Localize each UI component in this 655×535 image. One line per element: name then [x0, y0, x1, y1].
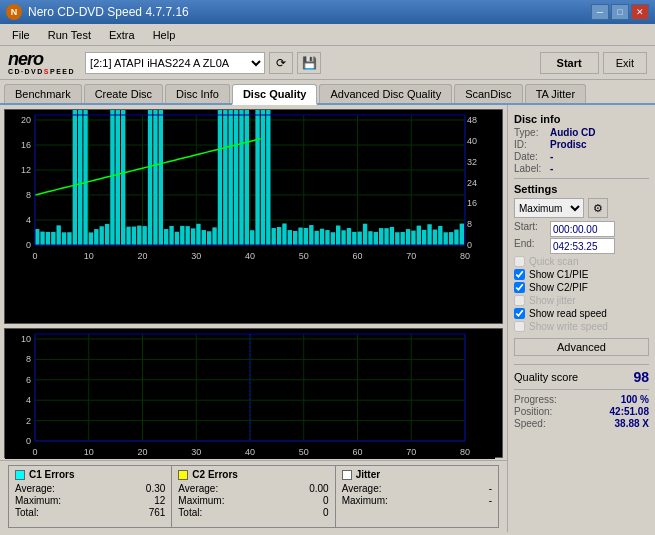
show-write-speed-checkbox[interactable] — [514, 321, 525, 332]
app-icon: N — [6, 4, 22, 20]
show-jitter-row: Show jitter — [514, 295, 649, 306]
disc-type-value: Audio CD — [550, 127, 596, 138]
nero-wordmark: nero — [8, 50, 43, 68]
menu-extra[interactable]: Extra — [101, 27, 143, 43]
position-value: 42:51.08 — [610, 406, 649, 417]
speed-selector[interactable]: Maximum 4x 8x 16x — [514, 198, 584, 218]
title-bar: N Nero CD-DVD Speed 4.7.7.16 ─ □ ✕ — [0, 0, 655, 24]
disc-info-title: Disc info — [514, 113, 649, 125]
disc-date-value: - — [550, 151, 553, 162]
quality-score-value: 98 — [633, 369, 649, 385]
speed-row: Maximum 4x 8x 16x ⚙ — [514, 198, 649, 218]
disc-label-value: - — [550, 163, 553, 174]
nero-logo: nero CD·DVDSPEED — [8, 50, 81, 75]
refresh-button[interactable]: ⟳ — [269, 52, 293, 74]
divider-2 — [514, 364, 649, 365]
menu-file[interactable]: File — [4, 27, 38, 43]
tab-ta-jitter[interactable]: TA Jitter — [525, 84, 587, 103]
c2-max-value: 0 — [323, 495, 329, 506]
show-jitter-label: Show jitter — [529, 295, 576, 306]
tab-create-disc[interactable]: Create Disc — [84, 84, 163, 103]
nero-sub-text: CD·DVDSPEED — [8, 68, 75, 75]
show-write-speed-row: Show write speed — [514, 321, 649, 332]
show-c1-pie-label: Show C1/PIE — [529, 269, 588, 280]
disc-label-label: Label: — [514, 163, 546, 174]
disc-date-row: Date: - — [514, 151, 649, 162]
toolbar: nero CD·DVDSPEED [2:1] ATAPI iHAS224 A Z… — [0, 46, 655, 80]
save-button[interactable]: 💾 — [297, 52, 321, 74]
start-time-input[interactable] — [550, 221, 615, 237]
drive-selector[interactable]: [2:1] ATAPI iHAS224 A ZL0A — [85, 52, 265, 74]
divider-3 — [514, 389, 649, 390]
settings-title: Settings — [514, 183, 649, 195]
progress-label: Progress: — [514, 394, 557, 405]
tab-advanced-disc-quality[interactable]: Advanced Disc Quality — [319, 84, 452, 103]
c2-label: C2 Errors — [192, 469, 238, 480]
quick-scan-row: Quick scan — [514, 256, 649, 267]
right-panel: Disc info Type: Audio CD ID: Prodisc Dat… — [507, 105, 655, 532]
menu-run-test[interactable]: Run Test — [40, 27, 99, 43]
tab-scan-disc[interactable]: ScanDisc — [454, 84, 522, 103]
disc-type-label: Type: — [514, 127, 546, 138]
menu-help[interactable]: Help — [145, 27, 184, 43]
start-button[interactable]: Start — [540, 52, 599, 74]
c2-avg-value: 0.00 — [309, 483, 328, 494]
app-title: Nero CD-DVD Speed 4.7.7.16 — [28, 5, 189, 19]
c1-max-value: 12 — [154, 495, 165, 506]
jitter-max-label: Maximum: — [342, 495, 388, 506]
speed-row-2: Speed: 38.88 X — [514, 418, 649, 429]
speed-label: Speed: — [514, 418, 546, 429]
tab-disc-info[interactable]: Disc Info — [165, 84, 230, 103]
jitter-avg-value: - — [489, 483, 492, 494]
show-c1-pie-row: Show C1/PIE — [514, 269, 649, 280]
disc-type-row: Type: Audio CD — [514, 127, 649, 138]
show-c2-pif-checkbox[interactable] — [514, 282, 525, 293]
c1-avg-label: Average: — [15, 483, 55, 494]
show-c2-pif-label: Show C2/PIF — [529, 282, 588, 293]
quick-scan-checkbox[interactable] — [514, 256, 525, 267]
tab-disc-quality[interactable]: Disc Quality — [232, 84, 318, 105]
divider-1 — [514, 178, 649, 179]
position-row: Position: 42:51.08 — [514, 406, 649, 417]
disc-id-value: Prodisc — [550, 139, 587, 150]
progress-value: 100 % — [621, 394, 649, 405]
show-c1-pie-checkbox[interactable] — [514, 269, 525, 280]
c2-total-value: 0 — [323, 507, 329, 518]
show-read-speed-checkbox[interactable] — [514, 308, 525, 319]
end-time-input[interactable] — [550, 238, 615, 254]
progress-row: Progress: 100 % — [514, 394, 649, 405]
c1-total-label: Total: — [15, 507, 39, 518]
main-content: C1 Errors Average: 0.30 Maximum: 12 Tota… — [0, 105, 655, 532]
bottom-chart — [4, 328, 503, 458]
c1-label: C1 Errors — [29, 469, 75, 480]
c2-total-label: Total: — [178, 507, 202, 518]
disc-id-label: ID: — [514, 139, 546, 150]
start-time-row: Start: — [514, 221, 649, 237]
close-button[interactable]: ✕ — [631, 4, 649, 20]
show-c2-pif-row: Show C2/PIF — [514, 282, 649, 293]
maximize-button[interactable]: □ — [611, 4, 629, 20]
settings-icon-btn[interactable]: ⚙ — [588, 198, 608, 218]
disc-date-label: Date: — [514, 151, 546, 162]
exit-button[interactable]: Exit — [603, 52, 647, 74]
jitter-label: Jitter — [356, 469, 380, 480]
jitter-avg-label: Average: — [342, 483, 382, 494]
window-controls: ─ □ ✕ — [591, 4, 649, 20]
legend-jitter: Jitter Average: - Maximum: - — [336, 465, 499, 528]
minimize-button[interactable]: ─ — [591, 4, 609, 20]
advanced-button[interactable]: Advanced — [514, 338, 649, 356]
jitter-color-indicator — [342, 470, 352, 480]
start-label: Start: — [514, 221, 546, 237]
show-write-speed-label: Show write speed — [529, 321, 608, 332]
c1-avg-value: 0.30 — [146, 483, 165, 494]
menu-bar: File Run Test Extra Help — [0, 24, 655, 46]
tab-benchmark[interactable]: Benchmark — [4, 84, 82, 103]
c2-max-label: Maximum: — [178, 495, 224, 506]
end-label: End: — [514, 238, 546, 254]
top-chart — [4, 109, 503, 324]
speed-value: 38.88 X — [615, 418, 649, 429]
show-jitter-checkbox[interactable] — [514, 295, 525, 306]
legend-c2: C2 Errors Average: 0.00 Maximum: 0 Total… — [172, 465, 335, 528]
quick-scan-label: Quick scan — [529, 256, 578, 267]
c2-avg-label: Average: — [178, 483, 218, 494]
